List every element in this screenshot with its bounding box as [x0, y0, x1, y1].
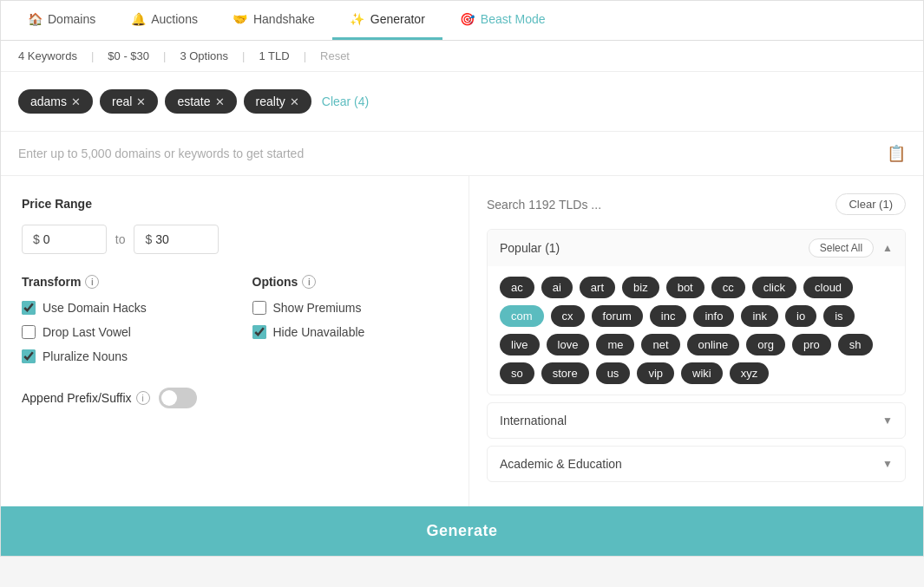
academic-title: Academic & Education	[500, 457, 622, 471]
filter-price: $0 - $30	[108, 49, 149, 62]
show-premiums-checkbox[interactable]	[252, 301, 266, 315]
tld-tag-xyz[interactable]: xyz	[730, 362, 770, 384]
hide-unavailable-checkbox[interactable]	[252, 325, 266, 339]
tld-tag-ac[interactable]: ac	[500, 277, 534, 298]
checkbox-drop-vowel[interactable]: Drop Last Vowel	[22, 325, 218, 339]
checkbox-show-premiums[interactable]: Show Premiums	[252, 301, 449, 315]
upload-icon[interactable]: 📋	[887, 144, 906, 163]
tld-tag-us[interactable]: us	[596, 362, 631, 384]
append-toggle[interactable]	[159, 388, 197, 408]
tld-tag-pro[interactable]: pro	[792, 334, 831, 355]
checkbox-domain-hacks[interactable]: Use Domain Hacks	[22, 301, 218, 315]
tab-beast-mode[interactable]: 🎯 Beast Mode	[442, 1, 563, 40]
remove-realty[interactable]: ✕	[290, 95, 299, 108]
tld-tag-is[interactable]: is	[823, 305, 854, 327]
tab-auctions[interactable]: 🔔 Auctions	[113, 1, 215, 40]
tld-tag-forum[interactable]: forum	[592, 305, 643, 327]
tld-tag-info[interactable]: info	[693, 305, 734, 327]
remove-real[interactable]: ✕	[136, 95, 146, 108]
tld-tag-wiki[interactable]: wiki	[681, 362, 723, 384]
tld-search-row: Clear (1)	[487, 193, 906, 215]
tld-tag-cc[interactable]: cc	[711, 277, 745, 298]
select-all-button[interactable]: Select All	[809, 238, 874, 258]
transform-info-icon[interactable]: i	[85, 275, 99, 289]
tld-tag-vip[interactable]: vip	[637, 362, 674, 384]
remove-estate[interactable]: ✕	[215, 95, 225, 108]
price-inputs: $ to $	[22, 225, 448, 254]
tld-clear-button[interactable]: Clear (1)	[836, 193, 906, 215]
tld-tag-com[interactable]: com	[500, 305, 544, 327]
domain-hacks-checkbox[interactable]	[22, 301, 36, 315]
beast-icon: 🎯	[460, 11, 475, 27]
tld-tag-cloud[interactable]: cloud	[803, 277, 853, 298]
left-panel: Price Range $ to $	[1, 176, 469, 506]
hide-unavailable-label: Hide Unavailable	[273, 325, 365, 339]
tld-tag-love[interactable]: love	[547, 334, 590, 355]
academic-section: Academic & Education ▼	[487, 446, 906, 482]
checkbox-pluralize[interactable]: Pluralize Nouns	[22, 349, 218, 363]
tld-tag-me[interactable]: me	[596, 334, 634, 355]
append-label-text: Append Prefix/Suffix	[22, 391, 132, 405]
tld-tag-click[interactable]: click	[752, 277, 796, 298]
price-max-field[interactable]	[155, 232, 207, 246]
input-area: Enter up to 5,000 domains or keywords to…	[1, 132, 923, 176]
keywords-row: adams ✕ real ✕ estate ✕ realty ✕ Clear (…	[18, 89, 906, 114]
tld-tag-ink[interactable]: ink	[741, 305, 778, 327]
tld-tag-org[interactable]: org	[746, 334, 785, 355]
tld-tag-sh[interactable]: sh	[838, 334, 873, 355]
tld-tag-inc[interactable]: inc	[650, 305, 687, 327]
price-min-input[interactable]: $	[22, 225, 107, 254]
append-info-icon[interactable]: i	[136, 391, 150, 405]
international-title: International	[500, 414, 567, 427]
tld-tag-net[interactable]: net	[641, 334, 679, 355]
popular-tld-tags-wrapper: acaiartbizbotccclickcloudcomcxforumincin…	[488, 266, 905, 395]
pluralize-checkbox[interactable]	[22, 349, 36, 363]
main-content: Price Range $ to $	[1, 176, 923, 506]
right-panel: Clear (1) Popular (1) Select All ▲ acaia…	[469, 176, 923, 506]
international-section: International ▼	[487, 402, 906, 439]
tab-generator[interactable]: ✨ Generator	[332, 1, 442, 40]
clear-all-keywords[interactable]: Clear (4)	[322, 95, 369, 108]
transform-title: Transform	[22, 275, 81, 289]
tld-tag-io[interactable]: io	[785, 305, 816, 327]
popular-chevron-up: ▲	[882, 242, 893, 254]
append-row: Append Prefix/Suffix i	[22, 388, 448, 408]
show-premiums-label: Show Premiums	[273, 301, 362, 315]
options-group: Options i Show Premiums Hide Unavailable	[252, 275, 449, 374]
price-max-input[interactable]: $	[134, 225, 219, 254]
tld-search-input[interactable]	[487, 198, 836, 212]
pluralize-label: Pluralize Nouns	[43, 349, 128, 363]
options-row: Transform i Use Domain Hacks Drop Last V…	[22, 275, 448, 374]
tld-tag-biz[interactable]: biz	[622, 277, 659, 298]
tab-handshake[interactable]: 🤝 Handshake	[215, 1, 332, 40]
international-header[interactable]: International ▼	[488, 403, 905, 438]
price-range-section: Price Range $ to $	[22, 197, 448, 254]
toggle-slider	[159, 388, 197, 408]
price-range-title: Price Range	[22, 197, 448, 211]
keywords-area: adams ✕ real ✕ estate ✕ realty ✕ Clear (…	[1, 72, 923, 132]
price-min-field[interactable]	[43, 232, 95, 246]
generate-button[interactable]: Generate	[1, 506, 923, 556]
tld-tag-cx[interactable]: cx	[551, 305, 585, 327]
drop-vowel-checkbox[interactable]	[22, 325, 36, 339]
tld-tag-art[interactable]: art	[580, 277, 615, 298]
tld-tag-live[interactable]: live	[500, 334, 540, 355]
tld-tag-online[interactable]: online	[687, 334, 740, 355]
tld-tag-store[interactable]: store	[541, 362, 589, 384]
tld-tag-bot[interactable]: bot	[666, 277, 704, 298]
filter-reset[interactable]: Reset	[320, 49, 350, 62]
tld-tag-so[interactable]: so	[500, 362, 534, 384]
options-info-icon[interactable]: i	[302, 275, 316, 289]
popular-tld-header[interactable]: Popular (1) Select All ▲	[488, 230, 905, 266]
checkbox-hide-unavailable[interactable]: Hide Unavailable	[252, 325, 449, 339]
home-icon: 🏠	[27, 11, 43, 27]
generator-icon: ✨	[350, 11, 365, 27]
remove-adams[interactable]: ✕	[71, 95, 81, 108]
filter-bar: 4 Keywords | $0 - $30 | 3 Options | 1 TL…	[1, 41, 923, 72]
keyword-input-placeholder[interactable]: Enter up to 5,000 domains or keywords to…	[18, 147, 304, 160]
nav-tabs: 🏠 Domains 🔔 Auctions 🤝 Handshake ✨ Gener…	[1, 1, 923, 41]
academic-header[interactable]: Academic & Education ▼	[488, 447, 905, 481]
tab-domains[interactable]: 🏠 Domains	[10, 1, 113, 40]
tld-tag-ai[interactable]: ai	[541, 277, 573, 298]
filter-options: 3 Options	[180, 49, 228, 62]
